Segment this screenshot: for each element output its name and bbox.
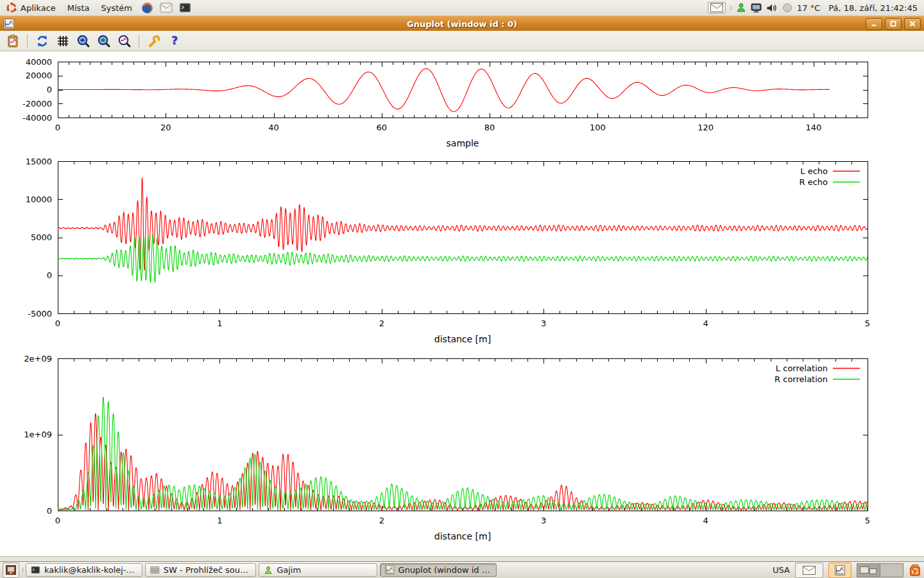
- maximize-icon: [889, 20, 898, 28]
- mail-launcher[interactable]: [157, 0, 176, 15]
- svg-text:40000: 40000: [26, 57, 52, 67]
- svg-text:100: 100: [590, 123, 606, 132]
- svg-text:0: 0: [55, 123, 60, 132]
- zoom-previous-button[interactable]: [74, 32, 92, 49]
- svg-text:5: 5: [865, 516, 870, 525]
- show-desktop-button[interactable]: [3, 563, 19, 578]
- keyboard-layout-indicator[interactable]: USA: [773, 565, 790, 575]
- mail-notification-applet[interactable]: [708, 2, 726, 13]
- svg-text:0: 0: [47, 506, 52, 516]
- weather-icon[interactable]: [782, 3, 792, 13]
- gnuplot-toolbar: ? ?: [0, 31, 924, 51]
- svg-text:R echo: R echo: [799, 177, 828, 187]
- svg-text:2e+09: 2e+09: [24, 354, 52, 363]
- temperature-applet[interactable]: 17 °C: [797, 3, 820, 13]
- tasklist-grip-handle[interactable]: ⁞: [22, 566, 23, 574]
- workspace-1[interactable]: [857, 564, 880, 577]
- toolbar-separator: [139, 35, 139, 48]
- svg-text:2: 2: [379, 516, 384, 525]
- zoom-reset-button[interactable]: [116, 32, 133, 49]
- mail-tray-button[interactable]: [795, 563, 823, 578]
- window-controls: [866, 18, 924, 30]
- display-icon[interactable]: [751, 3, 762, 13]
- svg-text:10000: 10000: [26, 195, 52, 204]
- close-button[interactable]: [904, 18, 921, 30]
- firefox-launcher[interactable]: [138, 0, 157, 15]
- svg-text:80: 80: [484, 123, 495, 132]
- taskbar-button-file-manager[interactable]: SW - Prohlížeč souborů: [145, 563, 256, 577]
- gnuplot-tray-button[interactable]: [828, 563, 851, 578]
- svg-text:3: 3: [541, 516, 546, 525]
- svg-text:15000: 15000: [26, 157, 52, 166]
- trash-icon[interactable]: [909, 564, 921, 577]
- replot-button[interactable]: [33, 32, 51, 49]
- svg-text:0: 0: [55, 516, 60, 525]
- mail-icon: [160, 3, 173, 13]
- clipboard-icon: [6, 34, 20, 48]
- user-presence-icon[interactable]: [736, 3, 746, 13]
- menu-places[interactable]: Místa: [62, 0, 96, 15]
- terminal-launcher[interactable]: [176, 0, 194, 15]
- grid-icon: [56, 34, 70, 48]
- taskbar-button-gajim[interactable]: Gajim: [259, 563, 377, 577]
- workspace-switcher: [857, 563, 903, 577]
- menu-places-label: Místa: [67, 3, 90, 13]
- refresh-icon: [35, 34, 49, 48]
- svg-text:1e+09: 1e+09: [24, 430, 52, 439]
- envelope-icon: [710, 3, 723, 12]
- menu-applications-label: Aplikace: [21, 3, 56, 13]
- taskbar-label: SW - Prohlížeč souborů: [164, 565, 251, 575]
- minimize-icon: [869, 20, 878, 28]
- svg-text:40: 40: [268, 123, 279, 132]
- svg-text:0: 0: [47, 85, 52, 94]
- zoom-reset-icon: [117, 34, 132, 48]
- bottom-panel-right: USA: [773, 563, 921, 578]
- svg-text:4: 4: [703, 319, 708, 328]
- window-title: Gnuplot (window id : 0): [0, 19, 924, 29]
- copy-to-clipboard-button[interactable]: [4, 32, 21, 49]
- firefox-icon: [141, 2, 153, 14]
- configure-button[interactable]: [145, 32, 162, 49]
- help-button[interactable]: ? ?: [166, 32, 183, 49]
- tray-grip-handle[interactable]: ⁞: [730, 4, 732, 12]
- svg-text:-20000: -20000: [22, 99, 52, 109]
- svg-text:-5000: -5000: [28, 309, 52, 319]
- menu-applications[interactable]: Aplikace: [0, 0, 62, 15]
- toggle-grid-button[interactable]: [54, 32, 71, 49]
- desktop: Aplikace Místa Systém: [0, 0, 924, 578]
- gnuplot-canvas: 020406080100120140-40000-200000200004000…: [0, 51, 924, 556]
- wrench-icon: [147, 34, 161, 48]
- svg-text:sample: sample: [447, 138, 479, 148]
- svg-text:0: 0: [55, 319, 60, 328]
- help-icon: ? ?: [167, 34, 182, 48]
- svg-text:120: 120: [697, 123, 714, 132]
- terminal-icon: [31, 566, 40, 574]
- taskbar-label: Gnuplot (window id : 0): [398, 565, 492, 575]
- gnuplot-plot-area[interactable]: 020406080100120140-40000-200000200004000…: [0, 51, 924, 556]
- system-tray: ⁞ 17 °C Pá, 18. září, 21:42:45: [708, 2, 924, 13]
- taskbar-button-gnuplot[interactable]: Gnuplot (window id : 0): [380, 563, 497, 577]
- volume-icon[interactable]: [766, 3, 778, 13]
- gnuplot-icon: [385, 565, 394, 575]
- svg-text:140: 140: [805, 123, 821, 132]
- minimize-button[interactable]: [866, 18, 882, 30]
- menu-system[interactable]: Systém: [95, 0, 137, 15]
- ubuntu-logo-icon: [6, 2, 17, 13]
- clock-applet[interactable]: Pá, 18. září, 21:42:45: [828, 3, 918, 13]
- svg-text:60: 60: [377, 123, 388, 132]
- maximize-button[interactable]: [885, 18, 902, 30]
- zoom-next-button[interactable]: [95, 32, 112, 49]
- toolbar-separator: [27, 35, 28, 48]
- show-desktop-icon: [6, 565, 16, 575]
- svg-text:distance [m]: distance [m]: [434, 531, 491, 541]
- svg-text:L echo: L echo: [800, 166, 828, 176]
- taskbar-label: kaklik@kaklik-kolej-u...: [44, 565, 137, 575]
- workspace-2[interactable]: [880, 564, 903, 577]
- svg-text:1: 1: [217, 319, 222, 328]
- gnuplot-window-titlebar[interactable]: Gnuplot (window id : 0): [0, 15, 924, 31]
- taskbar-button-terminal[interactable]: kaklik@kaklik-kolej-u...: [26, 563, 142, 577]
- svg-text:2: 2: [379, 319, 384, 328]
- taskbar-label: Gajim: [277, 565, 301, 575]
- zoom-previous-icon: [76, 34, 90, 48]
- svg-text:distance [m]: distance [m]: [434, 334, 491, 344]
